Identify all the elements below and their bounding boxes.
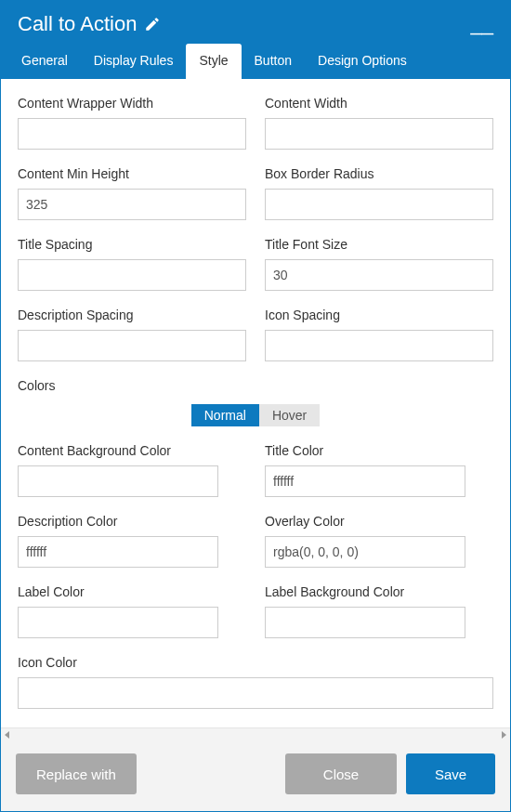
title-spacing-input[interactable]	[18, 259, 246, 291]
box-border-radius-label: Box Border Radius	[265, 166, 493, 181]
title-color-label: Title Color	[265, 443, 493, 458]
dialog-footer: Replace with Close Save	[1, 740, 510, 811]
label-background-color-label: Label Background Color	[265, 584, 493, 599]
minimize-icon[interactable]: __	[471, 14, 493, 36]
title-color-input[interactable]	[265, 465, 465, 497]
tab-design-options[interactable]: Design Options	[305, 44, 420, 79]
tab-general[interactable]: General	[8, 44, 81, 79]
content-wrapper-width-input[interactable]	[18, 118, 246, 150]
tab-button[interactable]: Button	[242, 44, 305, 79]
title-font-size-input[interactable]	[265, 259, 493, 291]
description-spacing-label: Description Spacing	[18, 308, 246, 322]
titlebar: Call to Action __	[1, 1, 510, 44]
overlay-color-input[interactable]	[265, 536, 465, 568]
tab-display-rules[interactable]: Display Rules	[81, 44, 187, 79]
title-spacing-label: Title Spacing	[18, 237, 246, 252]
content-width-label: Content Width	[265, 96, 493, 111]
description-color-input[interactable]	[18, 536, 218, 568]
box-border-radius-input[interactable]	[265, 189, 493, 220]
content-background-color-input[interactable]	[18, 465, 218, 497]
color-state-toggle: Normal Hover	[18, 404, 493, 426]
tabs: General Display Rules Style Button Desig…	[1, 44, 510, 79]
content-min-height-label: Content Min Height	[18, 166, 246, 181]
content-background-color-label: Content Background Color	[18, 443, 246, 458]
title-wrap: Call to Action	[18, 12, 161, 36]
content-wrapper-width-label: Content Wrapper Width	[18, 96, 246, 111]
overlay-color-label: Overlay Color	[265, 514, 493, 529]
label-color-label: Label Color	[18, 584, 246, 599]
dialog-header: Call to Action __ General Display Rules …	[1, 1, 510, 79]
description-color-label: Description Color	[18, 514, 246, 529]
horizontal-scrollbar[interactable]	[1, 727, 510, 740]
content-width-input[interactable]	[265, 118, 493, 150]
content-panel: Content Wrapper Width Content Width Cont…	[1, 79, 510, 727]
icon-spacing-label: Icon Spacing	[265, 308, 493, 322]
icon-spacing-input[interactable]	[265, 330, 493, 361]
pencil-icon[interactable]	[144, 16, 161, 33]
description-spacing-input[interactable]	[18, 330, 246, 361]
replace-with-button[interactable]: Replace with	[16, 753, 137, 794]
label-background-color-input[interactable]	[265, 607, 465, 638]
title-font-size-label: Title Font Size	[265, 237, 493, 252]
icon-color-input[interactable]	[18, 677, 493, 709]
toggle-normal[interactable]: Normal	[191, 404, 259, 426]
icon-color-label: Icon Color	[18, 655, 493, 670]
colors-section-label: Colors	[18, 378, 493, 393]
dialog-window: Call to Action __ General Display Rules …	[0, 0, 511, 812]
save-button[interactable]: Save	[406, 753, 495, 794]
close-button[interactable]: Close	[285, 753, 397, 794]
tab-style[interactable]: Style	[186, 44, 241, 79]
dialog-title: Call to Action	[18, 12, 137, 36]
label-color-input[interactable]	[18, 607, 218, 638]
toggle-hover[interactable]: Hover	[259, 404, 320, 426]
content-min-height-input[interactable]	[18, 189, 246, 220]
